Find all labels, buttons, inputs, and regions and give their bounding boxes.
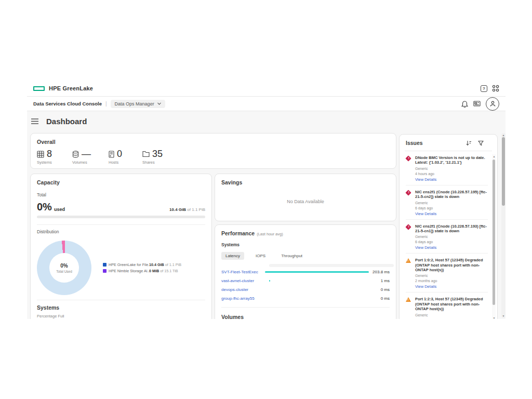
- capacity-usage-text: 10.4 GiB of 1.1 PiB: [169, 207, 205, 212]
- global-header: HPE GreenLake ?: [27, 81, 506, 97]
- app-selector-dropdown[interactable]: Data Ops Manager: [111, 100, 165, 108]
- systems-icon: [37, 151, 44, 158]
- help-icon[interactable]: ?: [481, 85, 487, 92]
- stat-volumes: — Volumes: [72, 149, 109, 165]
- overall-card: Overall 8 Systems: [30, 133, 396, 169]
- issue-item: DNode BMC Version is not up to date. Lat…: [406, 151, 488, 185]
- app-window: HPE GreenLake ? Data Services Cloud Cons…: [27, 81, 506, 319]
- capacity-progress-bar: [37, 216, 205, 218]
- performance-title: Performance: [221, 230, 255, 236]
- view-details-link[interactable]: View Details: [415, 284, 488, 289]
- stat-hosts: 0 Hosts: [109, 149, 142, 165]
- total-label: Total: [37, 192, 205, 197]
- tab-iops[interactable]: IOPS: [251, 252, 270, 260]
- view-details-link[interactable]: View Details: [415, 211, 488, 216]
- apps-grid-icon[interactable]: [492, 85, 499, 92]
- page-scrollbar[interactable]: ▲ ▼: [501, 133, 506, 318]
- perf-row: group-fhc-array55 0 ms: [221, 294, 390, 303]
- chevron-down-icon: [157, 102, 161, 105]
- view-details-link[interactable]: View Details: [415, 245, 488, 250]
- hpe-logo-icon: [33, 86, 45, 91]
- brand-title: HPE GreenLake: [49, 85, 93, 91]
- perf-row: devops-cluster 0 ms: [221, 285, 390, 294]
- capacity-title: Capacity: [37, 179, 205, 185]
- issues-panel: Issues: [399, 134, 498, 319]
- shares-count: 35: [152, 149, 163, 159]
- console-title: Data Services Cloud Console: [33, 101, 102, 107]
- critical-icon: [406, 224, 411, 230]
- issue-item: NIC ens2f1 (Cnode (10.226.57.195) [ftc-2…: [406, 185, 488, 220]
- issue-item: Port 1:0:2, Host 57 (12345) Degraded (ON…: [406, 254, 488, 292]
- separator: |: [105, 101, 107, 107]
- distribution-donut-chart: 0% Total Used: [37, 241, 91, 295]
- dashboard-content: Dashboard Overall 8: [27, 111, 506, 319]
- system-link[interactable]: group-fhc-array55: [221, 296, 269, 301]
- capacity-card: Capacity Total 0% used 10.4 GiB of 1.1 P…: [30, 174, 212, 319]
- critical-icon: [406, 156, 411, 162]
- whats-new-icon[interactable]: [473, 100, 481, 107]
- perf-row: vast-avnet-cluster 1 ms: [221, 276, 390, 285]
- view-details-link[interactable]: View Details: [415, 177, 488, 182]
- system-link[interactable]: SVT-Fleet-TestExec: [221, 270, 265, 274]
- tab-throughput[interactable]: Throughput: [277, 252, 307, 260]
- console-header: Data Services Cloud Console | Data Ops M…: [27, 97, 506, 111]
- volumes-section-title: Volumes: [221, 314, 390, 319]
- critical-icon: [406, 190, 411, 196]
- capacity-systems-label: Systems: [37, 304, 205, 311]
- legend-item: HPE GreenLake for File... 10.4 GiB of 1.…: [103, 262, 181, 267]
- latency-bar: [269, 280, 270, 282]
- legend-swatch-purple: [103, 269, 107, 273]
- warning-icon: [406, 297, 411, 303]
- performance-card: Performance (Last hour avg) Systems Late…: [215, 224, 396, 319]
- shares-icon: [142, 151, 150, 157]
- sort-icon[interactable]: [466, 140, 472, 146]
- hamburger-menu-icon[interactable]: [31, 118, 38, 124]
- notifications-bell-icon[interactable]: [461, 100, 468, 108]
- legend-swatch-blue: [103, 263, 107, 267]
- chart-axis-track: [269, 264, 394, 267]
- person-icon: [489, 100, 496, 107]
- stat-systems: 8 Systems: [37, 149, 72, 165]
- stat-shares: 35 Shares: [142, 149, 178, 165]
- user-avatar[interactable]: [486, 97, 499, 111]
- system-link[interactable]: devops-cluster: [221, 287, 269, 292]
- volumes-count: —: [82, 149, 91, 159]
- distribution-label: Distribution: [37, 229, 205, 234]
- issue-item: NIC ens2f1 (Cnode (10.226.57.193) [ftc-2…: [406, 220, 488, 254]
- page-title: Dashboard: [46, 117, 87, 126]
- hosts-count: 0: [117, 149, 122, 159]
- performance-tabs: Latency IOPS Throughput: [221, 252, 390, 260]
- filter-icon[interactable]: [478, 140, 484, 146]
- tab-latency[interactable]: Latency: [221, 252, 244, 260]
- distribution-legend: HPE GreenLake for File... 10.4 GiB of 1.…: [103, 262, 181, 275]
- hosts-icon: [109, 151, 114, 158]
- overall-title: Overall: [37, 139, 390, 145]
- savings-card: Savings No Data Available: [215, 174, 396, 221]
- perf-row: SVT-Fleet-TestExec 203.8 ms: [221, 268, 390, 276]
- capacity-percent: 0%: [37, 202, 52, 212]
- volumes-icon: [72, 151, 79, 158]
- systems-count: 8: [47, 149, 52, 159]
- latency-bar: [265, 271, 369, 273]
- performance-systems-label: Systems: [221, 242, 390, 247]
- no-data-message: No Data Available: [221, 199, 390, 204]
- percentage-full-label: Percentage Full: [37, 314, 205, 318]
- issue-item: Port 1:2:3, Host 57 (12345) Degraded (ON…: [406, 292, 488, 319]
- warning-icon: [406, 258, 411, 264]
- savings-title: Savings: [221, 179, 390, 185]
- issues-scrollbar[interactable]: ▲ ▼: [492, 154, 496, 319]
- issues-title: Issues: [406, 140, 423, 146]
- legend-item: HPE Nimble Storage Al... 0 MiB of 15.1 T…: [103, 269, 181, 273]
- system-link[interactable]: vast-avnet-cluster: [221, 278, 269, 283]
